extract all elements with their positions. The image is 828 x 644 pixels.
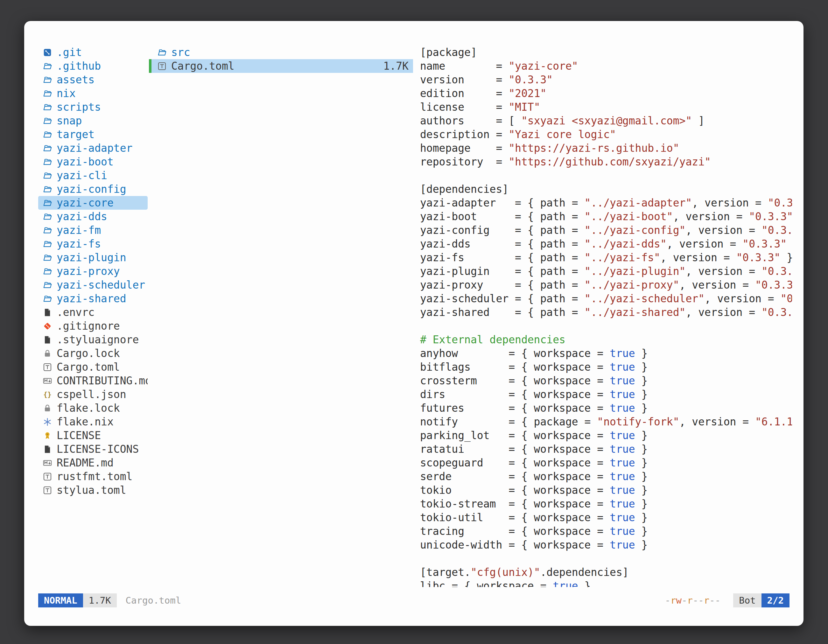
folder-icon [42, 116, 53, 126]
entry-label: yazi-fm [56, 223, 101, 237]
file-row[interactable]: {}cspell.json [38, 387, 147, 401]
dir-row[interactable]: .git [38, 45, 147, 59]
file-row[interactable]: rustfmt.toml [38, 470, 147, 483]
dir-row[interactable]: snap [38, 114, 147, 128]
dir-row[interactable]: yazi-shared [38, 292, 147, 306]
file-row[interactable]: stylua.toml [38, 483, 147, 497]
code-line: name = "yazi-core" [420, 59, 792, 73]
code-line: yazi-scheduler = { path = "../yazi-sched… [420, 292, 792, 306]
code-line: homepage = "https://yazi-rs.github.io" [420, 141, 792, 155]
code-line: yazi-config = { path = "../yazi-config",… [420, 223, 792, 237]
file-preview-pane[interactable]: [package]name = "yazi-core"version = "0.… [420, 45, 792, 587]
entry-label: yazi-proxy [56, 265, 120, 278]
svg-text:{}: {} [43, 390, 52, 398]
code-line: yazi-fs = { path = "../yazi-fs", version… [420, 251, 792, 265]
entry-label: .gitignore [56, 319, 120, 333]
code-line: [package] [420, 45, 792, 59]
code-line: yazi-dds = { path = "../yazi-dds", versi… [420, 237, 792, 251]
file-row[interactable]: README.md [38, 456, 147, 470]
markdown-icon [42, 376, 53, 386]
entry-label: assets [56, 73, 94, 86]
code-line: yazi-proxy = { path = "../yazi-proxy", v… [420, 278, 792, 292]
dir-row[interactable]: yazi-adapter [38, 141, 147, 155]
entry-label: yazi-plugin [56, 251, 126, 265]
toml-icon [157, 61, 168, 72]
code-line: authors = [ "sxyazi <sxyazi@gmail.com>" … [420, 114, 792, 128]
dir-row[interactable]: yazi-fm [38, 223, 147, 237]
entry-label: Cargo.lock [56, 346, 120, 360]
folder-icon [42, 143, 53, 154]
dir-row[interactable]: yazi-scheduler [38, 278, 147, 292]
entry-label: yazi-shared [56, 292, 126, 306]
status-bar-right: -rw-r--r-- Bot 2/2 [665, 594, 789, 607]
file-row[interactable]: Cargo.toml1.7K [149, 59, 413, 73]
code-line: crossterm = { workspace = true } [420, 374, 792, 387]
code-line [420, 319, 792, 333]
code-line: [target."cfg(unix)".dependencies] [420, 566, 792, 579]
selected-file-marker [149, 59, 152, 73]
dir-row[interactable]: yazi-boot [38, 155, 147, 169]
code-line [420, 552, 792, 566]
file-row[interactable]: LICENSE [38, 429, 147, 442]
folder-icon [42, 129, 53, 140]
dir-row[interactable]: yazi-proxy [38, 265, 147, 278]
dir-row[interactable]: yazi-cli [38, 169, 147, 182]
file-row[interactable]: CONTRIBUTING.md [38, 374, 147, 387]
dir-row[interactable]: nix [38, 86, 147, 100]
code-line: # External dependencies [420, 333, 792, 346]
toml-icon [42, 362, 53, 373]
code-line: ratatui = { workspace = true } [420, 442, 792, 456]
file-row[interactable]: .envrc [38, 306, 147, 319]
file-row[interactable]: LICENSE-ICONS [38, 442, 147, 456]
git-folder-icon [42, 47, 53, 58]
dir-row[interactable]: yazi-fs [38, 237, 147, 251]
file-row[interactable]: .gitignore [38, 319, 147, 333]
dir-row[interactable]: scripts [38, 100, 147, 114]
file-icon [42, 444, 53, 455]
code-line: unicode-width = { workspace = true } [420, 538, 792, 552]
dir-row[interactable]: .github [38, 59, 147, 73]
entry-size: 1.7K [377, 59, 409, 73]
file-row[interactable]: flake.nix [38, 415, 147, 429]
dir-row[interactable]: yazi-core [38, 196, 147, 210]
code-line: yazi-boot = { path = "../yazi-boot", ver… [420, 210, 792, 223]
entry-label: .git [56, 45, 82, 59]
file-position-indicator: 2/2 [762, 594, 789, 607]
status-bar-left: NORMAL 1.7K Cargo.toml [38, 594, 181, 607]
file-row[interactable]: Cargo.lock [38, 346, 147, 360]
entry-label: scripts [56, 100, 101, 114]
dir-row[interactable]: yazi-plugin [38, 251, 147, 265]
folder-icon [42, 211, 53, 222]
dir-row[interactable]: yazi-config [38, 182, 147, 196]
file-row[interactable]: Cargo.toml [38, 360, 147, 374]
entry-label: yazi-fs [56, 237, 101, 251]
code-line: bitflags = { workspace = true } [420, 360, 792, 374]
file-row[interactable]: flake.lock [38, 401, 147, 415]
code-line: tokio-util = { workspace = true } [420, 511, 792, 524]
entry-label: Cargo.toml [56, 360, 120, 374]
dir-row[interactable]: src [149, 45, 413, 59]
entry-label: yazi-cli [56, 169, 107, 182]
license-icon [42, 430, 53, 441]
folder-icon [42, 184, 53, 195]
folder-icon [42, 280, 53, 290]
lock-icon [42, 348, 53, 359]
dir-row[interactable]: assets [38, 73, 147, 86]
folder-icon [42, 88, 53, 99]
json-icon: {} [42, 389, 53, 400]
code-line: futures = { workspace = true } [420, 401, 792, 415]
code-line: repository = "https://github.com/sxyazi/… [420, 155, 792, 169]
code-line: [dependencies] [420, 182, 792, 196]
mode-indicator: NORMAL [38, 594, 83, 607]
folder-icon [42, 252, 53, 263]
git-icon [42, 321, 53, 332]
folder-icon [42, 170, 53, 181]
dir-row[interactable]: yazi-dds [38, 210, 147, 223]
dir-row[interactable]: target [38, 128, 147, 141]
file-permissions: -rw-r--r-- [665, 595, 721, 606]
current-directory-pane: srcCargo.toml1.7K [149, 45, 413, 73]
code-line: notify = { package = "notify-fork", vers… [420, 415, 792, 429]
folder-icon [157, 47, 168, 58]
status-bar: NORMAL 1.7K Cargo.toml -rw-r--r-- Bot 2/… [38, 594, 789, 607]
file-row[interactable]: .styluaignore [38, 333, 147, 346]
